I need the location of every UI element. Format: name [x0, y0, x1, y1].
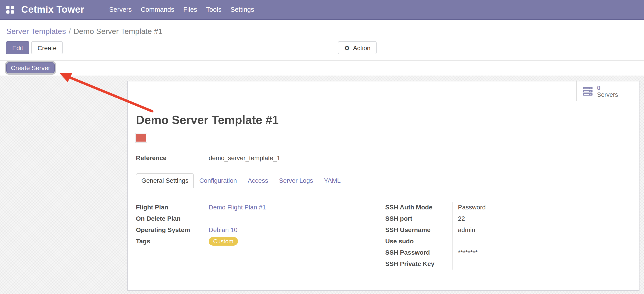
- page: Cetmix Tower Servers Commands Files Tool…: [0, 0, 644, 294]
- tab-yaml[interactable]: YAML: [318, 174, 346, 188]
- ssh-username-value: admin: [452, 224, 475, 236]
- server-stack-icon: [583, 87, 593, 96]
- color-swatch-red: [136, 134, 146, 141]
- ssh-port-label: SSH port: [385, 213, 452, 224]
- ssh-port-value: 22: [452, 213, 465, 224]
- field-row-ssh-auth-mode: SSH Auth Mode Password: [385, 202, 631, 213]
- tag-custom[interactable]: Custom: [209, 237, 238, 246]
- brand-title[interactable]: Cetmix Tower: [21, 4, 84, 15]
- menu-item-servers[interactable]: Servers: [105, 0, 136, 20]
- ssh-auth-mode-label: SSH Auth Mode: [385, 202, 452, 213]
- top-navbar: Cetmix Tower Servers Commands Files Tool…: [0, 0, 644, 20]
- field-row-use-sudo: Use sudo: [385, 236, 631, 247]
- operating-system-label: Operating System: [136, 224, 203, 236]
- reference-field: Reference demo_server_template_1: [136, 150, 389, 166]
- breadcrumb: Server Templates/Demo Server Template #1: [6, 26, 162, 37]
- ssh-password-value: ********: [452, 247, 478, 258]
- field-row-ssh-port: SSH port 22: [385, 213, 631, 224]
- field-group-left: Flight Plan Demo Flight Plan #1 On Delet…: [136, 202, 380, 269]
- create-server-button[interactable]: Create Server: [6, 62, 55, 73]
- notebook-tabs: General Settings Configuration Access Se…: [128, 173, 639, 188]
- tags-label: Tags: [136, 236, 203, 247]
- reference-label: Reference: [136, 150, 203, 166]
- statusbar: Create Server: [0, 60, 644, 75]
- field-row-flight-plan: Flight Plan Demo Flight Plan #1: [136, 202, 380, 213]
- field-row-ssh-password: SSH Password ********: [385, 247, 631, 258]
- field-separator: [203, 150, 203, 166]
- ssh-password-label: SSH Password: [385, 247, 452, 258]
- form-sheet: 0 Servers Demo Server Template #1 Refere…: [127, 81, 640, 291]
- edit-button[interactable]: Edit: [6, 41, 29, 54]
- servers-count: 0: [597, 84, 618, 91]
- action-button[interactable]: ⚙ Action: [338, 41, 377, 54]
- button-box: [128, 81, 639, 101]
- reference-value: demo_server_template_1: [203, 150, 280, 166]
- breadcrumb-separator: /: [66, 27, 74, 36]
- field-row-ssh-username: SSH Username admin: [385, 224, 631, 236]
- tab-configuration[interactable]: Configuration: [194, 174, 242, 188]
- ssh-private-key-label: SSH Private Key: [385, 258, 452, 269]
- on-delete-plan-label: On Delete Plan: [136, 213, 203, 224]
- servers-stat-button[interactable]: 0 Servers: [576, 81, 639, 101]
- color-swatch[interactable]: [135, 133, 147, 143]
- breadcrumb-parent-link[interactable]: Server Templates: [6, 27, 66, 36]
- flight-plan-link[interactable]: Demo Flight Plan #1: [209, 204, 266, 211]
- tab-access[interactable]: Access: [242, 174, 274, 188]
- ssh-auth-mode-value: Password: [452, 202, 486, 213]
- field-row-operating-system: Operating System Debian 10: [136, 224, 380, 236]
- action-button-label: Action: [353, 44, 370, 51]
- menu-item-commands[interactable]: Commands: [136, 0, 178, 20]
- menu-item-files[interactable]: Files: [179, 0, 202, 20]
- field-group-right: SSH Auth Mode Password SSH port 22 SSH U…: [385, 202, 631, 269]
- field-separator: [452, 202, 452, 269]
- menu-item-settings[interactable]: Settings: [226, 0, 259, 20]
- servers-label: Servers: [597, 91, 618, 98]
- create-button[interactable]: Create: [31, 41, 63, 54]
- flight-plan-label: Flight Plan: [136, 202, 203, 213]
- tab-general-settings[interactable]: General Settings: [136, 173, 194, 188]
- menu-item-tools[interactable]: Tools: [202, 0, 226, 20]
- gear-icon: ⚙: [344, 45, 350, 51]
- field-row-ssh-private-key: SSH Private Key: [385, 258, 631, 269]
- form-buttons: Edit Create: [6, 41, 63, 54]
- ssh-username-label: SSH Username: [385, 224, 452, 236]
- tab-server-logs[interactable]: Server Logs: [274, 174, 318, 188]
- use-sudo-label: Use sudo: [385, 236, 452, 247]
- field-row-tags: Tags Custom: [136, 236, 380, 247]
- breadcrumb-current: Demo Server Template #1: [74, 27, 162, 36]
- field-separator: [203, 202, 203, 269]
- apps-grid-icon[interactable]: [6, 6, 14, 13]
- main-menu: Servers Commands Files Tools Settings: [105, 0, 259, 20]
- record-title: Demo Server Template #1: [136, 113, 279, 127]
- field-row-on-delete-plan: On Delete Plan: [136, 213, 380, 224]
- operating-system-link[interactable]: Debian 10: [209, 226, 238, 233]
